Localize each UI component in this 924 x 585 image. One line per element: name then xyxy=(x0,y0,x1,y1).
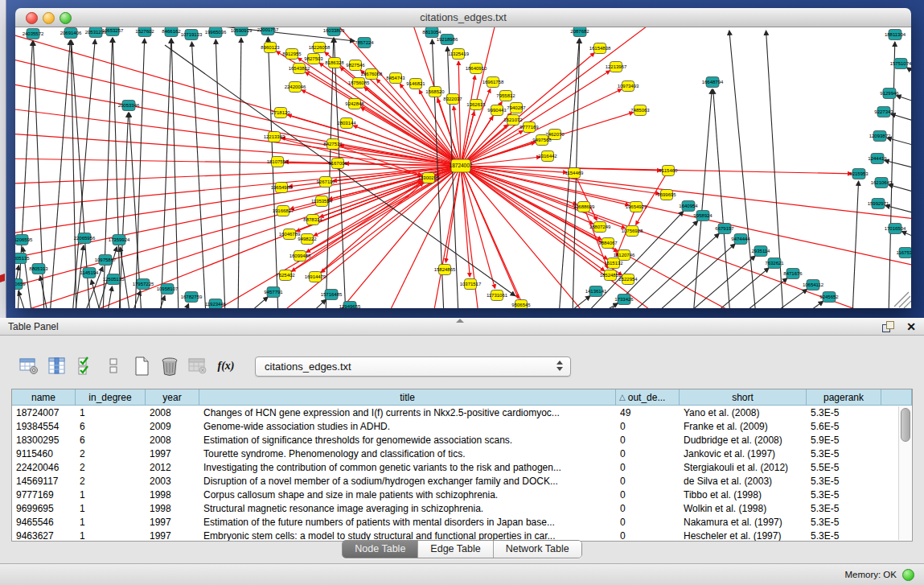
graph-node-teal[interactable]: 16648794 xyxy=(702,77,724,88)
table-cell[interactable]: 9777169 xyxy=(12,488,76,501)
graph-node-yellow[interactable]: 9115460 xyxy=(659,166,679,176)
table-row[interactable]: 1938455462009Genome-wide association stu… xyxy=(12,419,912,433)
table-selector-dropdown[interactable]: citations_edges.txt xyxy=(255,356,571,377)
table-cell[interactable]: 5.3E-5 xyxy=(807,515,881,529)
graph-node-teal[interactable]: 9215953 xyxy=(849,169,869,179)
table-cell[interactable]: Franke et al. (2009) xyxy=(680,419,807,433)
graph-node-teal[interactable]: 8813054 xyxy=(422,27,441,38)
graph-node-yellow[interactable]: 1568520 xyxy=(425,87,445,97)
graph-node-teal[interactable]: 18811304 xyxy=(885,30,906,40)
graph-node-yellow[interactable]: 16961758 xyxy=(483,77,504,88)
table-cell[interactable]: Nakamura et al. (1997) xyxy=(680,515,807,529)
graph-node-teal[interactable]: 19965036 xyxy=(205,27,227,38)
graph-node-teal[interactable]: 9245652 xyxy=(819,292,839,303)
graph-node-teal[interactable]: 9958924 xyxy=(693,211,713,221)
table-cell[interactable]: 9115460 xyxy=(12,447,76,460)
table-cell[interactable]: 2012 xyxy=(146,460,199,474)
table-cell[interactable]: 2 xyxy=(76,460,146,474)
graph-node-yellow[interactable]: 9827546 xyxy=(346,60,365,71)
graph-node-yellow[interactable]: 23676068 xyxy=(361,69,383,80)
table-cell[interactable]: 9699695 xyxy=(12,501,76,515)
graph-node-yellow[interactable]: 11731061 xyxy=(487,290,508,301)
graph-node-yellow[interactable]: 2316442 xyxy=(538,151,557,162)
graph-node-teal[interactable]: 2520659 xyxy=(15,279,26,290)
table-row[interactable]: 911546021997Tourette syndrome. Phenomeno… xyxy=(12,447,912,460)
citation-network-graph[interactable]: 2403557220691406205312391065325715276028… xyxy=(15,27,911,308)
table-cell[interactable]: 2008 xyxy=(146,406,199,419)
graph-node-yellow[interactable]: 7940287 xyxy=(507,103,526,113)
graph-node-teal[interactable]: 12949655 xyxy=(339,302,361,309)
graph-node-hub[interactable]: 18724007 xyxy=(450,159,473,172)
table-cell[interactable]: Investigating the contribution of common… xyxy=(199,460,616,474)
graph-node-teal[interactable]: 9129946 xyxy=(880,89,899,99)
table-cell[interactable]: 5.3E-5 xyxy=(807,474,881,488)
graph-node-teal[interactable]: 16210643 xyxy=(871,178,893,188)
graph-node-yellow[interactable]: 8960123 xyxy=(261,43,280,53)
table-scrollbar[interactable] xyxy=(898,406,911,540)
table-cell[interactable]: 49 xyxy=(616,406,680,419)
graph-node-teal[interactable]: 11923446 xyxy=(205,299,227,309)
table-cell[interactable]: 6 xyxy=(76,433,146,447)
table-row[interactable]: 1830029562008Estimation of significance … xyxy=(12,433,912,447)
table-cell[interactable]: Tibbo et al. (1998) xyxy=(680,488,807,501)
graph-node-teal[interactable]: 10590919 xyxy=(231,27,253,36)
graph-node-yellow[interactable]: 12213967 xyxy=(606,62,627,72)
table-cell[interactable]: 1997 xyxy=(146,447,199,460)
graph-node-yellow[interactable]: 8878314 xyxy=(303,215,322,225)
column-header-short[interactable]: short xyxy=(680,389,807,406)
table-cell[interactable]: 2003 xyxy=(146,474,199,488)
graph-node-teal[interactable]: 8466162 xyxy=(162,27,181,37)
graph-node-yellow[interactable]: 8454743 xyxy=(386,73,405,84)
column-header-out_de...[interactable]: △out_de... xyxy=(616,389,680,406)
select-columns-icon[interactable] xyxy=(75,356,96,377)
graph-node-yellow[interactable]: 16154838 xyxy=(589,43,611,54)
table-cell[interactable]: 1998 xyxy=(146,501,199,515)
table-cell[interactable]: Wolkin et al. (1998) xyxy=(680,501,807,515)
graph-node-teal[interactable]: 1167533 xyxy=(897,248,911,258)
graph-node-teal[interactable]: 15716485 xyxy=(321,290,343,300)
graph-node-teal[interactable]: 15751074 xyxy=(890,59,911,69)
table-row[interactable]: 1456911722003Disruption of a novel membe… xyxy=(12,474,912,488)
graph-node-yellow[interactable]: 16543862 xyxy=(289,64,310,74)
graph-node-yellow[interactable]: 18107553 xyxy=(267,157,289,167)
graph-node-yellow[interactable]: 8427512 xyxy=(323,139,343,150)
table-cell[interactable]: 5.3E-5 xyxy=(807,406,881,419)
table-cell[interactable]: 1 xyxy=(76,501,146,515)
table-cell[interactable]: 18300295 xyxy=(12,433,76,447)
graph-node-yellow[interactable]: 11325419 xyxy=(448,49,470,60)
table-cell[interactable]: 1997 xyxy=(146,515,199,529)
table-cell[interactable]: 5.5E-5 xyxy=(807,460,881,474)
table-cell[interactable]: 2 xyxy=(76,447,146,460)
tab-node-table[interactable]: Node Table xyxy=(343,541,418,558)
graph-node-yellow[interactable]: 2803144 xyxy=(337,118,356,129)
graph-node-yellow[interactable]: 7955812 xyxy=(496,91,515,101)
graph-node-yellow[interactable]: 15824865 xyxy=(434,265,456,275)
graph-node-yellow[interactable]: 1154469 xyxy=(565,168,585,179)
table-cell[interactable]: Disruption of a novel member of a sodium… xyxy=(199,474,616,488)
table-cell[interactable]: 0 xyxy=(616,460,680,474)
table-row[interactable]: 969969511998Structural magnetic resonanc… xyxy=(12,501,912,515)
table-cell[interactable]: 0 xyxy=(616,433,680,447)
graph-node-yellow[interactable]: 2522954 xyxy=(618,274,638,285)
table-cell[interactable]: 22420046 xyxy=(12,460,76,474)
graph-node-teal[interactable]: 8471676 xyxy=(783,269,803,279)
graph-node-teal[interactable]: 20691406 xyxy=(60,28,82,39)
graph-node-yellow[interactable]: 8912955 xyxy=(282,49,302,60)
table-cell[interactable]: de Silva et al. (2003) xyxy=(680,474,807,488)
graph-node-teal[interactable]: 16033809 xyxy=(323,27,345,36)
graph-node-yellow[interactable]: 16914479 xyxy=(305,272,326,282)
table-cell[interactable]: 9465546 xyxy=(12,515,76,529)
graph-node-teal[interactable]: 7632621 xyxy=(765,258,784,269)
rows-icon[interactable] xyxy=(103,356,124,377)
graph-node-teal[interactable]: 7857224 xyxy=(355,38,374,48)
graph-node-teal[interactable]: 1244419 xyxy=(868,154,887,164)
graph-node-teal[interactable]: 2087682 xyxy=(570,27,589,37)
table-cell[interactable]: 1 xyxy=(76,406,146,419)
table-cell[interactable]: Estimation of significance thresholds fo… xyxy=(199,433,616,447)
table-cell[interactable]: Stergiakouli et al. (2012) xyxy=(680,460,807,474)
panel-divider-handle[interactable] xyxy=(456,319,464,323)
graph-node-yellow[interactable]: 2718120 xyxy=(271,108,290,118)
graph-node-teal[interactable]: 9457791 xyxy=(264,287,283,298)
graph-node-teal[interactable]: 15992971 xyxy=(868,199,889,209)
graph-node-teal[interactable]: 10654112 xyxy=(803,280,824,290)
